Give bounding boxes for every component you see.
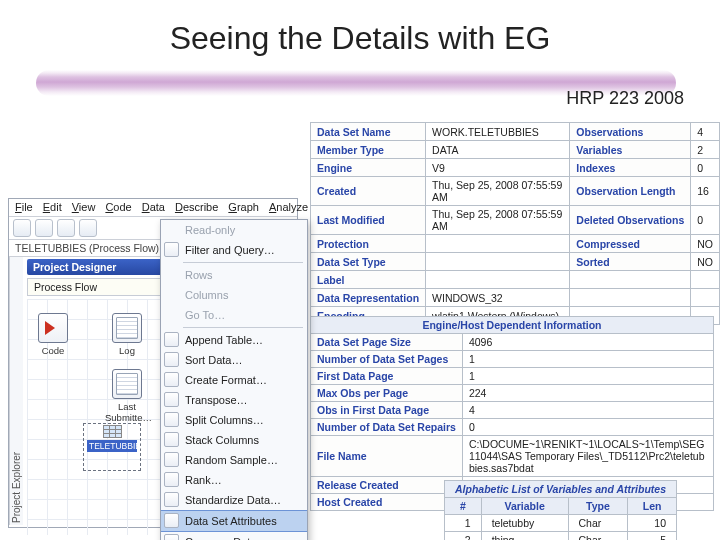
sheet-icon: [112, 369, 142, 399]
engine-value: 224: [462, 385, 713, 402]
menu-item-icon: [164, 534, 179, 540]
ctx-transpose[interactable]: Transpose…: [161, 390, 307, 410]
ctx-compare-data[interactable]: Compare Data: [161, 532, 307, 540]
attr-value: [426, 253, 570, 271]
menu-item-icon: [164, 452, 179, 467]
ctx-read-only: Read-only: [161, 220, 307, 240]
menu-analyze[interactable]: Analyze: [269, 201, 308, 213]
ctx-label: Random Sample…: [185, 454, 278, 466]
attr-key: [570, 271, 691, 289]
node-code[interactable]: Code: [31, 313, 75, 356]
ctx-go-to: Go To…: [161, 305, 307, 325]
attr-key: Indexes: [570, 159, 691, 177]
node-teletubbies[interactable]: TELETUBBIES: [87, 425, 137, 452]
ctx-label: Go To…: [185, 309, 225, 321]
node-last-submitted[interactable]: Last Submitte…: [105, 369, 149, 423]
ctx-label: Columns: [185, 289, 228, 301]
attr-value: Thu, Sep 25, 2008 07:55:59 AM: [426, 206, 570, 235]
menu-code[interactable]: Code: [105, 201, 131, 213]
menu-item-icon: [164, 352, 179, 367]
attr-key: Observation Length: [570, 177, 691, 206]
engine-key: Release Created: [311, 477, 463, 494]
toolbar-new-icon[interactable]: [13, 219, 31, 237]
ctx-label: Rank…: [185, 474, 222, 486]
slide-title: Seeing the Details with EG: [0, 20, 720, 57]
side-tab-project-explorer[interactable]: Project Explorer: [9, 257, 23, 525]
process-flow-canvas[interactable]: Code Log Last Submitte… TELETUBBIES: [27, 299, 170, 535]
engine-value: 4: [462, 402, 713, 419]
toolbar-print-icon[interactable]: [79, 219, 97, 237]
varlist-cell: Char: [568, 515, 628, 532]
menu-data[interactable]: Data: [142, 201, 165, 213]
attr-key: Sorted: [570, 253, 691, 271]
attr-value: WORK.TELETUBBIES: [426, 123, 570, 141]
eg-menubar[interactable]: FileEditViewCodeDataDescribeGraphAnalyze: [9, 199, 297, 217]
ctx-append-table[interactable]: Append Table…: [161, 330, 307, 350]
menu-graph[interactable]: Graph: [228, 201, 259, 213]
varlist-cell: teletubby: [481, 515, 568, 532]
attr-value: NO: [691, 253, 720, 271]
engine-key: Host Created: [311, 494, 463, 511]
ctx-label: Append Table…: [185, 334, 263, 346]
project-designer-pane: Project Designer Process Flow Code Log L…: [23, 257, 175, 525]
attr-value: 0: [691, 206, 720, 235]
attr-key: Data Set Type: [311, 253, 426, 271]
menu-item-icon: [164, 472, 179, 487]
menu-view[interactable]: View: [72, 201, 96, 213]
ctx-rank[interactable]: Rank…: [161, 470, 307, 490]
engine-key: Number of Data Set Pages: [311, 351, 463, 368]
ctx-split-columns[interactable]: Split Columns…: [161, 410, 307, 430]
process-flow-label[interactable]: Process Flow: [27, 278, 170, 296]
attr-value: [691, 271, 720, 289]
ctx-label: Create Format…: [185, 374, 267, 386]
dataset-icon: [103, 425, 122, 438]
ctx-filter-and-query[interactable]: Filter and Query…: [161, 240, 307, 260]
engine-host-header: Engine/Host Dependent Information: [311, 317, 714, 334]
attr-key: Engine: [311, 159, 426, 177]
attr-value: WINDOWS_32: [426, 289, 570, 307]
ctx-sort-data[interactable]: Sort Data…: [161, 350, 307, 370]
ctx-create-format[interactable]: Create Format…: [161, 370, 307, 390]
ctx-data-set-attributes[interactable]: Data Set Attributes: [161, 510, 307, 532]
toolbar-open-icon[interactable]: [35, 219, 53, 237]
project-designer-header: Project Designer: [27, 259, 170, 275]
attr-value: 2: [691, 141, 720, 159]
menu-item-icon: [164, 432, 179, 447]
attr-key: Last Modified: [311, 206, 426, 235]
varlist-cell: 1: [445, 515, 482, 532]
ctx-label: Read-only: [185, 224, 235, 236]
menu-describe[interactable]: Describe: [175, 201, 218, 213]
menu-item-icon: [164, 242, 179, 257]
ctx-label: Sort Data…: [185, 354, 242, 366]
ctx-random-sample[interactable]: Random Sample…: [161, 450, 307, 470]
course-code: HRP 223 2008: [566, 88, 684, 109]
ctx-stack-columns[interactable]: Stack Columns: [161, 430, 307, 450]
node-log-label: Log: [119, 345, 135, 356]
attr-key: Label: [311, 271, 426, 289]
attr-key: Protection: [311, 235, 426, 253]
varlist-cell: 10: [628, 515, 677, 532]
node-log[interactable]: Log: [105, 313, 149, 356]
context-menu[interactable]: Read-onlyFilter and Query…RowsColumnsGo …: [160, 219, 308, 540]
attr-key: Data Set Name: [311, 123, 426, 141]
engine-key: First Data Page: [311, 368, 463, 385]
variable-list-table: Alphabetic List of Variables and Attribu…: [444, 480, 677, 540]
node-code-label: Code: [42, 345, 65, 356]
varlist-caption: Alphabetic List of Variables and Attribu…: [445, 481, 677, 498]
engine-key: Max Obs per Page: [311, 385, 463, 402]
attr-key: Compressed: [570, 235, 691, 253]
attr-value: DATA: [426, 141, 570, 159]
engine-key: Obs in First Data Page: [311, 402, 463, 419]
menu-edit[interactable]: Edit: [43, 201, 62, 213]
ctx-standardize-data[interactable]: Standardize Data…: [161, 490, 307, 510]
ctx-label: Stack Columns: [185, 434, 259, 446]
menu-file[interactable]: File: [15, 201, 33, 213]
ctx-label: Data Set Attributes: [185, 515, 277, 527]
attr-value: 16: [691, 177, 720, 206]
varlist-col: #: [445, 498, 482, 515]
engine-key: Data Set Page Size: [311, 334, 463, 351]
toolbar-save-icon[interactable]: [57, 219, 75, 237]
ctx-label: Rows: [185, 269, 213, 281]
attr-value: V9: [426, 159, 570, 177]
attr-key: Variables: [570, 141, 691, 159]
